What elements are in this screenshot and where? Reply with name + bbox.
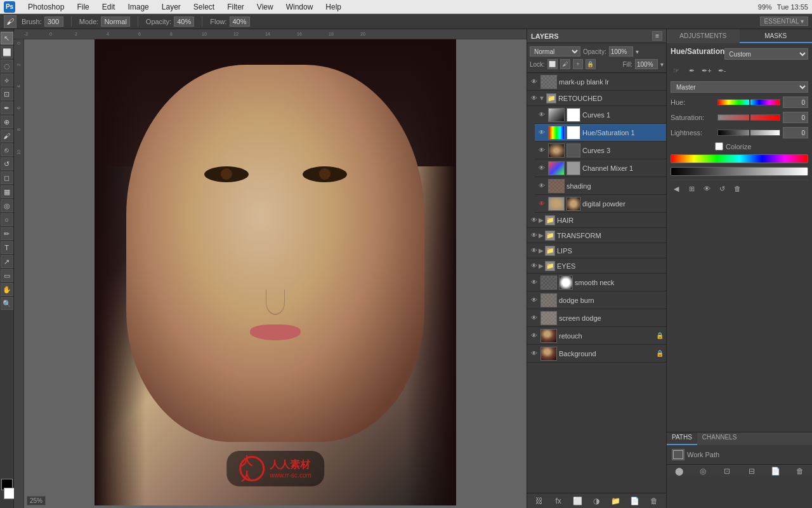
layer-styles-btn[interactable]: fx [552,495,565,507]
colorize-checkbox[interactable] [715,142,723,150]
layer-vis-retouched[interactable]: 👁 [530,94,539,103]
menu-view[interactable]: View [254,3,276,11]
layer-background[interactable]: 👁 Background 🔒 [527,345,666,363]
layer-mask-btn[interactable]: ⬜ [571,495,584,507]
brush-tool[interactable]: 🖌 [1,130,13,142]
adj-reset-btn[interactable]: ↺ [716,183,728,194]
background-color[interactable] [4,488,15,499]
fill-input[interactable] [635,59,658,69]
layer-vis-digital-powder[interactable]: 👁 [537,199,546,208]
menu-help[interactable]: Help [323,3,344,11]
new-group-btn[interactable]: 📁 [610,495,622,507]
layer-vis-retouch[interactable]: 👁 [530,331,539,340]
adjustment-layer-btn[interactable]: ◑ [590,495,603,507]
layer-vis-hue[interactable]: 👁 [537,128,546,137]
layer-channel-mixer[interactable]: 👁 Channel Mixer 1 [535,159,666,177]
marquee-tool[interactable]: ⬜ [1,46,13,58]
stroke-path-btn[interactable]: ◎ [697,465,709,478]
adj-icon-finger[interactable]: ☞ [671,65,682,76]
layer-retouch[interactable]: 👁 retouch 🔒 [527,327,666,345]
layer-vis-curves3[interactable]: 👁 [537,146,546,155]
tab-paths[interactable]: PATHS [667,432,697,445]
lock-position[interactable]: + [573,59,583,69]
layer-dodge-burn[interactable]: 👁 dodge burn [527,291,666,309]
new-path-btn[interactable]: 📄 [769,465,782,478]
hand-tool[interactable]: ✋ [1,283,13,296]
hue-input[interactable] [783,97,808,108]
new-layer-btn[interactable]: 📄 [629,495,641,507]
selection-to-path-btn[interactable]: ⊟ [745,465,758,478]
layer-transform-group[interactable]: 👁 ▶ 📁 TRANSFORM [527,228,666,243]
mode-value[interactable]: Normal [101,17,129,27]
lightness-slider-track[interactable] [717,130,780,136]
layer-vis-curves1[interactable]: 👁 [537,110,546,119]
menu-window[interactable]: Window [284,3,316,11]
path-to-selection-btn[interactable]: ⊡ [721,465,733,478]
gradient-tool[interactable]: ▦ [1,185,13,198]
layer-screen-dodge[interactable]: 👁 screen dodge [527,309,666,327]
layers-panel-options[interactable]: ≡ [652,31,662,41]
channel-select[interactable]: Master Reds Yellows Greens Cyans Blues M… [671,81,808,93]
hue-slider-track[interactable] [717,99,780,105]
adj-icon-eyedropper-plus[interactable]: ✒+ [701,65,712,76]
lasso-tool[interactable]: ◌ [1,60,13,72]
type-tool[interactable]: T [1,241,13,254]
lock-transparency[interactable]: ⬜ [547,59,558,69]
opacity-input-layers[interactable] [609,46,633,57]
crop-tool[interactable]: ⊡ [1,88,13,100]
layer-curves3[interactable]: 👁 Curves 3 [535,142,666,159]
layer-smooth-neck[interactable]: 👁 smooth neck [527,274,666,291]
layer-vis-dodge-burn[interactable]: 👁 [530,296,539,305]
magic-wand-tool[interactable]: ⟡ [1,74,13,86]
layer-shading[interactable]: 👁 shading [535,177,666,195]
tab-adjustments[interactable]: ADJUSTMENTS [667,29,740,43]
opacity-value[interactable]: 40% [174,17,194,27]
saturation-slider-track[interactable] [717,114,780,121]
layer-vis-eyes[interactable]: 👁 [530,262,539,271]
menu-filter[interactable]: Filter [225,3,247,11]
eyedropper-tool[interactable]: ✒ [1,102,13,114]
layer-vis-shading[interactable]: 👁 [537,182,546,190]
lock-image[interactable]: 🖌 [560,59,570,69]
hue-slider-handle[interactable] [749,98,750,107]
pen-tool[interactable]: ✏ [1,227,13,240]
adj-icon-eyedropper[interactable]: ✒ [686,65,697,76]
adj-clip-btn[interactable]: ⊞ [686,183,697,194]
layer-vis-transform[interactable]: 👁 [530,231,539,240]
adj-eye-btn[interactable]: 👁 [701,183,712,194]
lightness-slider-handle[interactable] [749,129,750,138]
layer-vis-mark-up[interactable]: 👁 [530,77,539,86]
brush-tool-icon[interactable]: 🖌 [4,15,16,28]
menu-select[interactable]: Select [191,3,217,11]
lightness-input[interactable] [783,127,808,138]
layer-vis-lips[interactable]: 👁 [530,246,539,255]
menu-edit[interactable]: Edit [100,3,118,11]
shape-tool[interactable]: ▭ [1,269,13,282]
menu-photoshop[interactable]: Photoshop [25,3,67,11]
delete-path-btn[interactable]: 🗑 [794,465,806,478]
path-selection-tool[interactable]: ↗ [1,255,13,268]
adj-preset-select[interactable]: Custom [724,48,808,60]
clone-tool[interactable]: ⎋ [1,144,13,156]
zoom-tool[interactable]: 🔍 [1,297,13,310]
lock-all[interactable]: 🔒 [586,59,596,69]
adj-delete-btn[interactable]: 🗑 [731,183,743,194]
menu-image[interactable]: Image [125,3,151,11]
eraser-tool[interactable]: ◻ [1,171,13,184]
blur-tool[interactable]: ◎ [1,199,13,212]
fill-path-btn[interactable]: ⬤ [672,465,685,478]
layer-vis-screen-dodge[interactable]: 👁 [530,314,539,323]
layer-lips-group[interactable]: 👁 ▶ 📁 LIPS [527,243,666,258]
layer-vis-smooth-neck[interactable]: 👁 [530,278,539,287]
layer-eyes-group[interactable]: 👁 ▶ 📁 EYES [527,258,666,274]
tab-masks[interactable]: MASKS [740,29,813,43]
adj-prev-btn[interactable]: ◀ [671,183,682,194]
layer-hue-sat1[interactable]: 👁 Hue/Saturation 1 [535,124,666,142]
menu-file[interactable]: File [74,3,91,11]
saturation-input[interactable] [783,112,808,123]
layer-vis-background[interactable]: 👁 [530,349,539,358]
layer-vis-channel-mixer[interactable]: 👁 [537,164,546,173]
link-layers-btn[interactable]: ⛓ [533,495,546,507]
adj-icon-eyedropper-minus[interactable]: ✒- [716,65,728,76]
path-item-work-path[interactable]: Work Path [669,448,809,462]
